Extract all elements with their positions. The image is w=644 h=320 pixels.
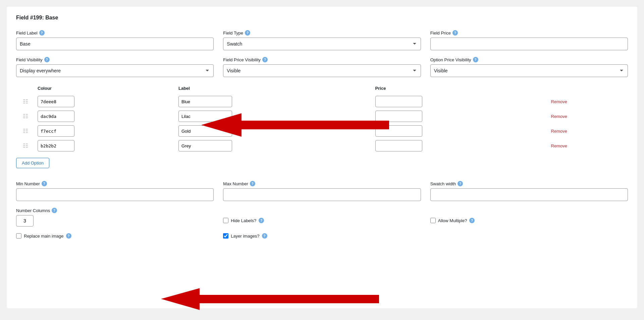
label-input[interactable] bbox=[178, 96, 232, 107]
field-type-help-icon[interactable]: ? bbox=[245, 30, 250, 36]
svg-rect-23 bbox=[26, 147, 28, 148]
field-price-help-icon[interactable]: ? bbox=[452, 30, 458, 36]
replace-main-image-help-icon[interactable]: ? bbox=[66, 233, 71, 239]
field-label-help-icon[interactable]: ? bbox=[39, 30, 45, 36]
svg-rect-20 bbox=[23, 145, 25, 146]
svg-rect-8 bbox=[23, 116, 25, 117]
replace-main-image-checkbox[interactable] bbox=[16, 233, 21, 239]
number-columns-input[interactable] bbox=[16, 215, 34, 227]
drag-handle-cell bbox=[16, 124, 35, 138]
options-table: Colour Label Price bbox=[16, 84, 628, 153]
svg-rect-21 bbox=[26, 145, 28, 146]
label-input[interactable] bbox=[178, 140, 232, 151]
remove-cell: Remove bbox=[547, 124, 628, 138]
svg-rect-11 bbox=[26, 117, 28, 118]
option-price-visibility-label: Option Price Visibility ? bbox=[430, 57, 628, 62]
colour-cell bbox=[35, 94, 176, 109]
min-number-group: Min Number ? bbox=[16, 181, 214, 201]
option-price-visibility-help-icon[interactable]: ? bbox=[473, 57, 478, 62]
drag-handle-icon[interactable] bbox=[22, 113, 29, 119]
field-visibility-select[interactable]: Display everywhere Hidden Visible to log… bbox=[16, 64, 214, 77]
field-label-input[interactable] bbox=[16, 38, 214, 50]
field-label-label: Field Label ? bbox=[16, 30, 214, 36]
remove-cell: Remove bbox=[547, 138, 628, 153]
col-price: Price bbox=[373, 84, 547, 94]
remove-cell: Remove bbox=[547, 94, 628, 109]
remove-button[interactable]: Remove bbox=[550, 143, 569, 148]
svg-rect-9 bbox=[26, 116, 28, 117]
table-row: Remove bbox=[16, 124, 628, 138]
number-columns-label: Number Columns ? bbox=[16, 208, 214, 213]
label-cell bbox=[176, 109, 373, 124]
colour-cell bbox=[35, 124, 176, 138]
colour-input[interactable] bbox=[38, 111, 74, 122]
drag-handle-cell bbox=[16, 94, 35, 109]
allow-multiple-help-icon[interactable]: ? bbox=[469, 218, 475, 223]
label-cell bbox=[176, 124, 373, 138]
remove-button[interactable]: Remove bbox=[550, 99, 569, 104]
replace-main-image-label[interactable]: Replace main image ? bbox=[16, 233, 71, 239]
price-cell bbox=[373, 138, 547, 153]
svg-rect-3 bbox=[26, 101, 28, 102]
allow-multiple-label[interactable]: Allow Multiple? ? bbox=[430, 218, 475, 223]
price-input[interactable] bbox=[375, 96, 422, 107]
remove-button[interactable]: Remove bbox=[550, 129, 569, 134]
field-price-input[interactable] bbox=[430, 38, 628, 50]
colour-cell bbox=[35, 138, 176, 153]
allow-multiple-checkbox[interactable] bbox=[430, 218, 436, 223]
field-type-select[interactable]: Swatch Text Select Checkbox Radio bbox=[223, 38, 421, 50]
field-price-visibility-help-icon[interactable]: ? bbox=[262, 57, 268, 62]
price-input[interactable] bbox=[375, 125, 422, 137]
number-columns-group: Number Columns ? bbox=[16, 208, 214, 227]
layer-images-checkbox[interactable] bbox=[223, 233, 228, 239]
svg-rect-0 bbox=[23, 99, 25, 100]
swatch-width-help-icon[interactable]: ? bbox=[458, 181, 463, 186]
swatch-width-group: Swatch width ? bbox=[430, 181, 628, 201]
layer-images-help-icon[interactable]: ? bbox=[262, 233, 267, 239]
hide-labels-label[interactable]: Hide Labels? ? bbox=[223, 218, 264, 223]
field-price-label: Field Price ? bbox=[430, 30, 628, 36]
drag-handle-icon[interactable] bbox=[22, 128, 29, 134]
page-title: Field #199: Base bbox=[16, 15, 628, 21]
colour-input[interactable] bbox=[38, 96, 74, 107]
drag-handle-icon[interactable] bbox=[22, 142, 29, 148]
layer-images-label[interactable]: Layer images? ? bbox=[223, 233, 267, 239]
price-input[interactable] bbox=[375, 140, 422, 151]
drag-handle-cell bbox=[16, 109, 35, 124]
field-visibility-label: Field Visibility ? bbox=[16, 57, 214, 62]
col-action bbox=[547, 84, 628, 94]
label-cell bbox=[176, 138, 373, 153]
remove-button[interactable]: Remove bbox=[550, 114, 569, 119]
number-columns-help-icon[interactable]: ? bbox=[52, 208, 57, 213]
field-price-group: Field Price ? bbox=[430, 30, 628, 50]
swatch-width-label: Swatch width ? bbox=[430, 181, 628, 186]
svg-rect-4 bbox=[23, 103, 25, 104]
svg-rect-17 bbox=[26, 132, 28, 133]
option-price-visibility-select[interactable]: Visible Hidden bbox=[430, 64, 628, 77]
hide-labels-help-icon[interactable]: ? bbox=[259, 218, 264, 223]
price-cell bbox=[373, 124, 547, 138]
remove-cell: Remove bbox=[547, 109, 628, 124]
max-number-input[interactable] bbox=[223, 188, 421, 201]
min-number-input[interactable] bbox=[16, 188, 214, 201]
drag-handle-icon[interactable] bbox=[22, 98, 29, 104]
label-input[interactable] bbox=[178, 125, 232, 137]
price-input[interactable] bbox=[375, 111, 422, 122]
hide-labels-group: Hide Labels? ? bbox=[223, 208, 421, 223]
min-number-help-icon[interactable]: ? bbox=[42, 181, 47, 186]
svg-rect-12 bbox=[23, 129, 25, 130]
add-option-button[interactable]: Add Option bbox=[16, 158, 49, 168]
colour-input[interactable] bbox=[38, 140, 74, 151]
label-input[interactable] bbox=[178, 111, 232, 122]
field-type-label: Field Type ? bbox=[223, 30, 421, 36]
swatch-width-input[interactable] bbox=[430, 188, 628, 201]
svg-rect-5 bbox=[26, 103, 28, 104]
colour-input[interactable] bbox=[38, 125, 74, 137]
max-number-help-icon[interactable]: ? bbox=[250, 181, 255, 186]
field-visibility-help-icon[interactable]: ? bbox=[44, 57, 50, 62]
field-price-visibility-select[interactable]: Visible Hidden bbox=[223, 64, 421, 77]
svg-rect-13 bbox=[26, 129, 28, 130]
svg-rect-15 bbox=[26, 130, 28, 131]
hide-labels-checkbox[interactable] bbox=[223, 218, 228, 223]
svg-rect-7 bbox=[26, 114, 28, 115]
